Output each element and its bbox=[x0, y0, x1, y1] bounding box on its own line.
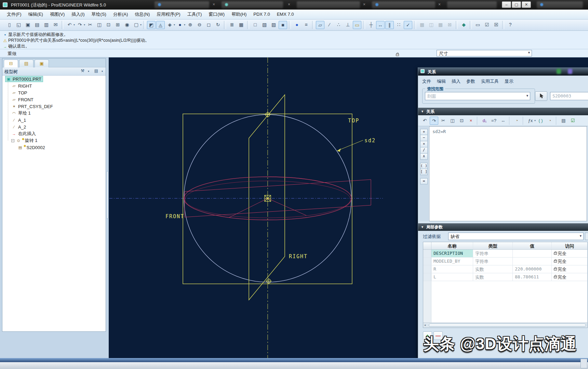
saved-views-dropdown-caret[interactable]: ▾ bbox=[174, 21, 175, 29]
relations-dialog-titlebar[interactable]: 关系 bbox=[418, 67, 588, 76]
title-bar[interactable]: PRT0001 (活动的) - Pro/ENGINEER Wildfire 5.… bbox=[0, 0, 588, 10]
redo-icon[interactable]: ↷ bbox=[76, 21, 84, 29]
grid-display-icon[interactable]: ∷ bbox=[395, 21, 403, 29]
render-style-icon[interactable]: ● bbox=[176, 21, 184, 29]
functions-icon[interactable]: ƒx bbox=[526, 117, 535, 125]
relations-menu-1[interactable]: 编辑 bbox=[437, 78, 446, 84]
pick-in-graphics-button[interactable] bbox=[535, 91, 547, 101]
menu-item-3[interactable]: 插入(I) bbox=[68, 10, 88, 19]
param-access-cell[interactable]: 完全 bbox=[552, 250, 587, 257]
annotation-display-icon[interactable]: ▭ bbox=[353, 21, 361, 29]
operator-=-button[interactable]: = bbox=[420, 178, 428, 184]
todo-units-icon[interactable]: ◔ bbox=[546, 117, 554, 125]
censored-tab[interactable] bbox=[447, 1, 497, 8]
relations-menu-3[interactable]: 参数 bbox=[466, 78, 475, 84]
menu-item-10[interactable]: 帮助(H) bbox=[228, 10, 250, 19]
rel-delete-icon[interactable]: × bbox=[467, 117, 475, 125]
param-value-cell[interactable] bbox=[513, 258, 552, 265]
spin-center-icon[interactable]: ┼ bbox=[367, 21, 375, 29]
datum-plane-display-icon[interactable]: ▱ bbox=[316, 21, 324, 29]
window-close-icon[interactable]: ☒ bbox=[492, 21, 500, 29]
tree-expander-icon[interactable]: − bbox=[11, 139, 14, 142]
rel-undo-icon[interactable]: ↶ bbox=[420, 117, 429, 125]
children-button[interactable]: 子 bbox=[585, 233, 588, 240]
user-parens-icon[interactable]: ( ) bbox=[536, 117, 545, 125]
tab-model-tree[interactable]: ⊟ bbox=[4, 60, 18, 67]
collapse-triangle-icon[interactable]: ▼ bbox=[421, 223, 424, 231]
chevron-down-icon[interactable]: ▼ bbox=[527, 51, 531, 54]
dim-name-toggle-icon[interactable]: d₁ bbox=[480, 117, 489, 125]
rel-paste-icon[interactable]: ⊡ bbox=[457, 117, 466, 125]
appearance-gallery-icon[interactable]: ● bbox=[293, 21, 301, 29]
param-value-cell[interactable]: 220.000000 bbox=[513, 265, 552, 273]
tab-folder-browser[interactable]: ▤ bbox=[19, 60, 34, 67]
new-window-icon[interactable]: ▭ bbox=[473, 21, 482, 29]
splitter-handle[interactable] bbox=[106, 171, 108, 219]
parameter-row-l[interactable]: L实数88.780611完全 bbox=[423, 273, 587, 281]
rel-cut-icon[interactable]: ✂ bbox=[439, 117, 447, 125]
undo-icon[interactable]: ↶ bbox=[65, 21, 74, 29]
csys-display-icon[interactable]: ⊥ bbox=[344, 21, 352, 29]
open-file-icon[interactable]: ◱ bbox=[14, 21, 23, 29]
filter-select[interactable]: 缺省 ▼ bbox=[448, 233, 584, 240]
param-name-cell[interactable]: L bbox=[431, 273, 473, 281]
chevron-down-icon[interactable]: ▾ bbox=[102, 70, 103, 73]
window-select-icon[interactable]: ☑ bbox=[483, 21, 491, 29]
param-value-cell[interactable]: 88.780611 bbox=[513, 273, 552, 281]
censored-tab[interactable] bbox=[297, 1, 360, 8]
table-horizontal-scrollbar[interactable]: ◂ bbox=[423, 322, 587, 328]
collapse-triangle-icon[interactable]: ▼ bbox=[421, 108, 424, 115]
evaluate-icon[interactable]: =? bbox=[490, 117, 498, 125]
scroll-left-icon[interactable]: ◂ bbox=[424, 324, 426, 327]
censored-tab[interactable] bbox=[537, 1, 583, 8]
tab-close-icon[interactable]: × bbox=[438, 2, 441, 7]
rel-redo-icon[interactable]: ↷ bbox=[430, 117, 438, 125]
minimize-button[interactable]: – bbox=[502, 1, 511, 8]
tree-item-prt_csys_def[interactable]: ✶PRT_CSYS_DEF bbox=[2, 103, 106, 110]
row-selector[interactable] bbox=[423, 265, 431, 273]
menu-item-8[interactable]: 工具(T) bbox=[184, 10, 205, 19]
parameter-row-description[interactable]: DESCRIPTION字符串完全 bbox=[423, 250, 587, 258]
param-access-cell[interactable]: 完全 bbox=[552, 273, 587, 281]
param-name-cell[interactable]: R bbox=[431, 265, 473, 273]
tab-close-icon[interactable]: × bbox=[288, 2, 290, 7]
tree-item-旋转-1[interactable]: −⊙✱旋转 1 bbox=[2, 137, 106, 144]
row-selector[interactable] bbox=[423, 258, 431, 265]
tree-item-prt0001.prt[interactable]: ▣PRT0001.PRT bbox=[2, 76, 106, 82]
verify-relations-icon[interactable]: ☑ bbox=[569, 117, 577, 125]
menu-item-1[interactable]: 编辑(E) bbox=[25, 10, 46, 19]
tree-filters-icon[interactable]: ⚒ bbox=[81, 68, 84, 73]
paste-icon[interactable]: ⊡ bbox=[104, 21, 113, 29]
layer-settings-icon[interactable]: ▦ bbox=[237, 21, 245, 29]
tree-item-top[interactable]: ▱TOP bbox=[2, 89, 106, 96]
param-access-cell[interactable]: 完全 bbox=[552, 265, 587, 273]
menu-item-11[interactable]: PDX 7.0 bbox=[250, 10, 273, 19]
context-help-icon[interactable]: ? bbox=[506, 21, 514, 29]
scope-select[interactable]: 剖面 ▼ bbox=[425, 92, 530, 100]
tree-item-s2d0002[interactable]: ▤✱S2D0002 bbox=[2, 144, 106, 151]
chevron-down-icon[interactable]: ▼ bbox=[579, 234, 582, 238]
new-file-icon[interactable]: ▯ bbox=[5, 21, 14, 29]
relations-menu-2[interactable]: 插入 bbox=[452, 78, 460, 84]
row-selector[interactable] bbox=[423, 250, 431, 257]
tab-close-icon[interactable]: × bbox=[363, 2, 365, 7]
relations-editor[interactable]: sd2=R bbox=[429, 126, 587, 221]
relations-section-header[interactable]: ▼ 关系 bbox=[418, 108, 588, 115]
menu-item-7[interactable]: 应用程序(P) bbox=[153, 10, 184, 19]
wireframe-icon[interactable]: □ bbox=[251, 21, 259, 29]
column-header-access[interactable]: 访问 bbox=[552, 242, 587, 249]
maximize-button[interactable]: ▢ bbox=[512, 1, 521, 8]
column-header-type[interactable]: 类型 bbox=[473, 242, 513, 249]
no-hidden-icon[interactable]: ▨ bbox=[269, 21, 278, 29]
repaint-icon[interactable]: ↻ bbox=[214, 21, 222, 29]
layers-icon[interactable]: ≣ bbox=[228, 21, 236, 29]
column-header-name[interactable]: 名称 bbox=[431, 242, 473, 249]
operator-()-button[interactable]: ( ) bbox=[420, 163, 428, 169]
sketch-display-icon[interactable]: ◩ bbox=[147, 21, 156, 29]
censored-tab[interactable] bbox=[222, 1, 283, 8]
sort-relations-icon[interactable]: ▤ bbox=[559, 117, 568, 125]
tree-item-在此插入[interactable]: →在此插入 bbox=[2, 130, 106, 137]
operator-×-button[interactable]: × bbox=[420, 141, 428, 147]
functions-dropdown-caret[interactable]: ▾ bbox=[534, 117, 536, 125]
menu-item-6[interactable]: 信息(N) bbox=[131, 10, 153, 19]
